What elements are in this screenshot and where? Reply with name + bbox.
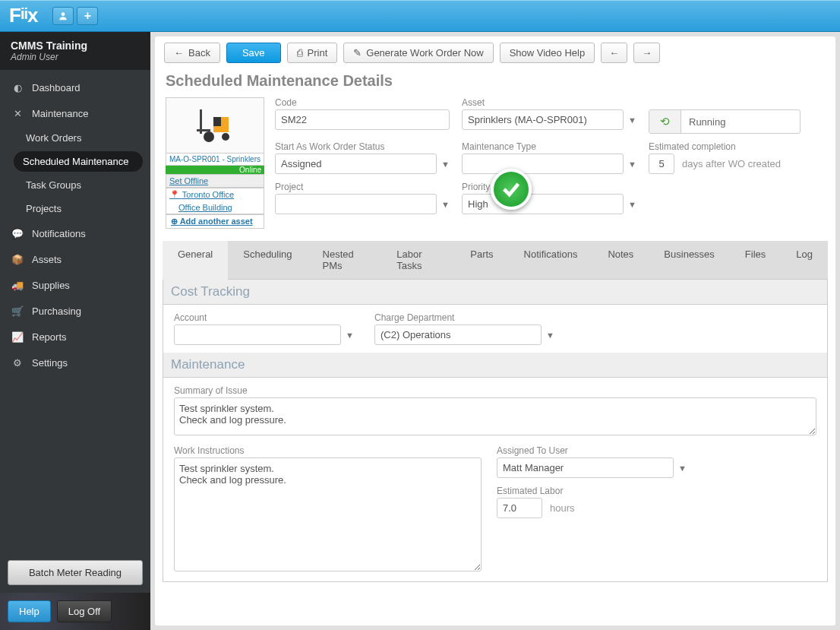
nav: ◐Dashboard ✕Maintenance Work Orders Sche… [0,70,150,552]
asset-caption: MA-O-SPR001 - Sprinklers [166,154,264,166]
tab-log[interactable]: Log [781,241,828,279]
chevron-down-icon[interactable]: ▼ [678,464,687,473]
asset-tree: 📍 Toronto Office Office Building [166,188,264,214]
section-cost-tracking: Cost Tracking Account ▼ Charge Departmen… [163,280,828,582]
video-help-button[interactable]: Show Video Help [500,43,595,63]
nav-settings[interactable]: ⚙Settings [0,350,150,375]
account-select[interactable] [174,324,341,345]
save-button[interactable]: Save [226,43,281,63]
gauge-icon: ◐ [11,81,24,94]
arrow-left-icon: ← [609,47,619,59]
tab-notifications[interactable]: Notifications [509,241,593,279]
asset-tree-item[interactable]: 📍 Toronto Office [166,188,264,201]
chevron-down-icon[interactable]: ▼ [628,200,636,209]
field-project: Project ▼ [275,182,450,214]
nav-notifications[interactable]: 💬Notifications [0,220,150,246]
sidebar: CMMS Training Admin User ◐Dashboard ✕Mai… [0,32,150,630]
svg-point-6 [222,133,229,141]
nav-task-groups[interactable]: Task Groups [0,173,150,197]
nav-purchasing[interactable]: 🛒Purchasing [0,298,150,324]
generate-wo-button[interactable]: ✎Generate Work Order Now [343,43,493,63]
start-status-select[interactable] [275,154,437,174]
nav-work-orders[interactable]: Work Orders [0,126,150,150]
priority-select[interactable] [462,194,624,214]
est-labor-input[interactable] [497,498,542,518]
nav-supplies[interactable]: 🚚Supplies [0,272,150,298]
truck-icon: 🚚 [11,278,24,292]
next-button[interactable]: → [633,43,660,63]
chevron-down-icon[interactable]: ▼ [346,331,354,340]
batch-meter-button[interactable]: Batch Meter Reading [8,560,143,585]
svg-point-5 [204,131,214,142]
instructions-textarea[interactable] [174,457,482,571]
maint-type-select[interactable] [462,154,624,174]
chevron-down-icon[interactable]: ▼ [628,116,636,125]
tab-nested-pms[interactable]: Nested PMs [308,241,382,279]
help-button[interactable]: Help [8,600,51,622]
chevron-down-icon[interactable]: ▼ [441,160,450,169]
add-another-asset-link[interactable]: ⊕ Add another asset [166,214,264,229]
tab-scheduling[interactable]: Scheduling [228,241,307,279]
field-code: Code [275,97,450,134]
asset-card: MA-O-SPR001 - Sprinklers Online Set Offl… [166,97,264,229]
main: ←Back Save ⎙Print ✎Generate Work Order N… [150,32,840,630]
field-est-completion: Estimated completion days after WO creat… [649,141,801,174]
asset-select[interactable] [462,109,624,130]
project-select[interactable] [275,194,437,214]
main-container: CMMS Training Admin User ◐Dashboard ✕Mai… [0,32,840,630]
chevron-down-icon[interactable]: ▼ [546,331,554,340]
back-button[interactable]: ←Back [164,43,220,63]
nav-maintenance[interactable]: ✕Maintenance [0,100,150,126]
chart-icon: 📈 [11,330,24,343]
cart-icon: 🛒 [11,304,24,318]
app-logo: Fiix [9,4,37,27]
print-button[interactable]: ⎙Print [287,43,338,63]
chevron-down-icon[interactable]: ▼ [628,160,636,169]
summary-textarea[interactable] [174,397,816,435]
tab-files[interactable]: Files [730,241,781,279]
field-start-status: Start As Work Order Status ▼ [275,141,450,174]
tab-parts[interactable]: Parts [455,241,508,279]
field-assigned: Assigned To User ▼ [497,445,687,478]
chevron-down-icon[interactable]: ▼ [441,200,450,209]
add-button[interactable]: + [77,7,98,25]
charge-dept-select[interactable] [374,324,542,345]
fields-grid: Code Asset ▼ ⟲ Running [275,97,825,229]
logoff-button[interactable]: Log Off [57,600,112,622]
nav-scheduled-maintenance[interactable]: Scheduled Maintenance [14,151,143,172]
field-asset: Asset ▼ [462,97,636,134]
user-icon [58,11,68,21]
code-input[interactable] [275,109,450,130]
asset-thumbnail[interactable] [166,97,264,154]
field-maint-type: Maintenance Type ▼ [462,141,636,174]
nav-reports[interactable]: 📈Reports [0,324,150,350]
status-pill[interactable]: ⟲ Running [649,109,801,134]
page-title: Scheduled Maintenance Details [155,69,835,97]
assigned-select[interactable] [497,457,674,478]
asset-tree-item[interactable]: Office Building [166,201,264,214]
tab-labor-tasks[interactable]: Labor Tasks [381,241,455,279]
nav-dashboard[interactable]: ◐Dashboard [0,74,150,100]
content: ←Back Save ⎙Print ✎Generate Work Order N… [155,36,835,625]
svg-rect-2 [213,117,221,126]
nav-projects[interactable]: Projects [0,197,150,220]
tab-businesses[interactable]: Businesses [649,241,729,279]
user-name: Admin User [11,52,140,62]
nav-assets[interactable]: 📦Assets [0,246,150,272]
tenant-name: CMMS Training [11,40,140,52]
forklift-icon [192,106,238,144]
svg-rect-4 [197,129,210,131]
user-menu-button[interactable] [52,7,74,25]
tab-general[interactable]: General [163,241,228,280]
online-status: Online [166,166,264,174]
est-completion-input[interactable] [649,154,674,174]
toolbar: ←Back Save ⎙Print ✎Generate Work Order N… [155,36,835,69]
tab-notes[interactable]: Notes [592,241,649,279]
arrow-left-icon: ← [174,47,184,59]
prev-button[interactable]: ← [601,43,627,63]
set-offline-link[interactable]: Set Offline [166,174,264,188]
svg-point-0 [62,12,65,16]
arrow-right-icon: → [642,47,652,59]
sidebar-footer: Batch Meter Reading [0,552,150,593]
checkmark-icon [491,169,532,210]
